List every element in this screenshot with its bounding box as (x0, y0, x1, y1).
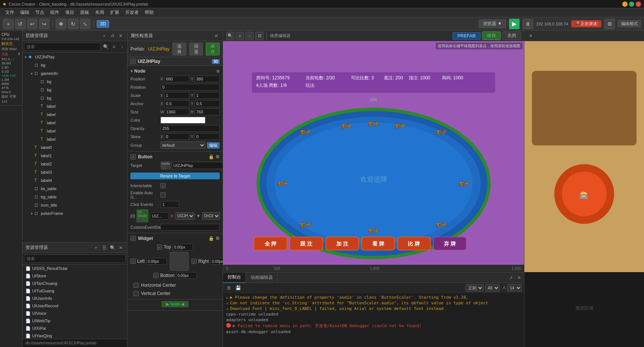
tree-item-label4[interactable]: T label (22, 127, 127, 135)
asset-item[interactable]: 📄UIVoice (22, 310, 127, 317)
tab-animation[interactable]: 动画编辑器 (246, 273, 278, 283)
window-controls[interactable] (622, 1, 641, 7)
tree-item-uizjhplay[interactable]: ▾ ◆ UIZJHPlay (22, 53, 127, 61)
widget-settings-icon[interactable]: ⚙ (216, 236, 220, 241)
asset-search-input[interactable] (24, 255, 126, 263)
asset-item[interactable]: 📄UITuiGuang (22, 287, 127, 295)
event-callback-select[interactable]: OnCli (202, 212, 220, 220)
enable-auto-checkbox[interactable] (160, 192, 166, 198)
pause-button[interactable]: ⏸ (523, 19, 533, 29)
event-clear-icon[interactable]: ✕ (170, 213, 174, 219)
prefab-select-button[interactable]: 选择 (172, 43, 186, 55)
tree-item-label2[interactable]: T label (22, 110, 127, 119)
menu-extend[interactable]: 扩展 (107, 9, 122, 16)
size-h-input[interactable] (195, 109, 220, 115)
asset-close[interactable]: ✕ (117, 244, 124, 251)
prefab-save-button[interactable]: 保存 (206, 43, 220, 55)
clear-log-button[interactable]: 🗑 (225, 284, 233, 292)
scene-close-button[interactable]: 关闭 (502, 31, 521, 40)
custom-event-input[interactable] (160, 224, 220, 231)
hierarchy-view-toggle[interactable]: ≡ (111, 43, 117, 50)
asset-item[interactable]: 📄UISSS_ResultTotal (22, 265, 127, 272)
group-select[interactable]: default (160, 141, 205, 149)
menu-edit[interactable]: 编辑 (17, 9, 32, 16)
asset-item[interactable]: 📄UIYaoQing (22, 332, 127, 339)
anchor-y-input[interactable] (195, 100, 220, 107)
skew-x-input[interactable] (164, 133, 189, 140)
tree-toggle[interactable]: ▾ (28, 71, 34, 76)
asset-item[interactable]: 📄UIStore (22, 272, 127, 280)
hierarchy-sort[interactable]: ↕ (119, 43, 126, 50)
horizontal-center-checkbox[interactable] (133, 283, 139, 288)
anchor-x-input[interactable] (164, 100, 189, 107)
resize-to-target-button[interactable]: Resize to Target (130, 173, 220, 179)
zoom-in-button[interactable]: + (236, 32, 244, 40)
scale-tool[interactable]: ⤡ (80, 19, 90, 29)
skew-y-input[interactable] (195, 133, 220, 140)
widget-section-header[interactable]: Widget 🔒 ⚙ (127, 235, 223, 242)
zoom-reset-button[interactable]: ⊡ (255, 32, 264, 40)
settings-icon[interactable]: ⚙ (604, 19, 615, 29)
interactable-checkbox[interactable] (160, 183, 166, 188)
redo-button[interactable]: ↪ (39, 19, 49, 29)
hierarchy-search-button[interactable]: 🔍 (102, 43, 109, 50)
click-events-input[interactable] (160, 201, 179, 208)
widget-right-checkbox[interactable] (192, 259, 197, 264)
log-level-select[interactable]: 正则 (466, 284, 484, 292)
console-close[interactable]: ✕ (516, 274, 523, 281)
tree-item-bg2[interactable]: ◻ bg (22, 77, 127, 86)
asset-item[interactable]: 📄UiTanChuang (22, 280, 127, 287)
menu-component[interactable]: 组件 (47, 9, 62, 16)
tree-toggle[interactable]: ▾ (28, 211, 34, 216)
widget-left-checkbox[interactable] (130, 259, 136, 264)
minimize-button[interactable] (622, 1, 628, 7)
tree-item-label5[interactable]: T label (22, 135, 127, 143)
browser-button[interactable]: 浏览器 ▼ (479, 19, 506, 28)
scene-save-button[interactable]: 保存 (482, 31, 501, 40)
right-panel-close[interactable]: ✕ (527, 33, 534, 39)
hierarchy-search-input[interactable] (24, 43, 101, 51)
tab-console[interactable]: 控制台 (223, 273, 246, 283)
tree-item-icon-title[interactable]: ◻ icon_title (22, 201, 127, 209)
event-component-select[interactable]: UIZJH (175, 212, 195, 220)
widget-enable-checkbox[interactable] (130, 236, 136, 241)
widget-top-checkbox[interactable] (157, 244, 162, 250)
3d-toggle[interactable]: 3D (97, 20, 109, 28)
menu-layout[interactable]: 布局 (92, 9, 107, 16)
asset-filter[interactable]: ☰ (101, 244, 108, 251)
menu-project[interactable]: 项目 (62, 9, 77, 16)
color-swatch[interactable] (160, 117, 205, 124)
position-y-input[interactable] (195, 76, 220, 82)
event-node-input[interactable] (150, 212, 169, 220)
vertical-center-checkbox[interactable] (133, 291, 139, 296)
new-button[interactable]: + (3, 19, 13, 29)
live-button[interactable]: 🎤 正在讲述: (571, 20, 601, 27)
widget-lock-icon[interactable]: 🔒 (208, 236, 214, 241)
rotation-input[interactable] (160, 84, 220, 91)
tree-item-label31[interactable]: T label3 (22, 168, 127, 176)
component-checkbox[interactable] (130, 59, 136, 64)
maximize-button[interactable] (629, 1, 634, 7)
tree-item-label41[interactable]: T label4 (22, 176, 127, 185)
tree-item-bg1[interactable]: ◻ bg (22, 61, 127, 69)
size-w-input[interactable] (165, 109, 189, 115)
asset-item[interactable]: 📄UIXiPai (22, 325, 127, 332)
menu-node[interactable]: 节点 (32, 9, 47, 16)
log-filter-select[interactable]: All (485, 284, 500, 292)
prefab-back-button[interactable]: 回退 (189, 43, 203, 55)
move-tool[interactable]: ✥ (56, 19, 66, 29)
button-lock-icon[interactable]: 🔒 (208, 154, 214, 159)
tree-item-bs-table[interactable]: ◻ bs_table (22, 185, 127, 193)
widget-bottom-input[interactable] (176, 272, 197, 279)
button-settings-icon[interactable]: ⚙ (216, 154, 220, 159)
close-button[interactable] (636, 1, 641, 7)
zoom-fit-button[interactable]: 🔍 (226, 32, 234, 40)
scale-y-input[interactable] (195, 92, 220, 99)
edit-mode-button[interactable]: 编辑模式 (618, 20, 641, 27)
opacity-input[interactable] (160, 125, 220, 132)
undo-button[interactable]: ↩ (27, 19, 37, 29)
asset-add[interactable]: + (93, 244, 99, 251)
menu-help[interactable]: 帮助 (142, 9, 157, 16)
menu-file[interactable]: 文件 (2, 9, 17, 16)
font-size-select[interactable]: 14 (507, 284, 522, 292)
